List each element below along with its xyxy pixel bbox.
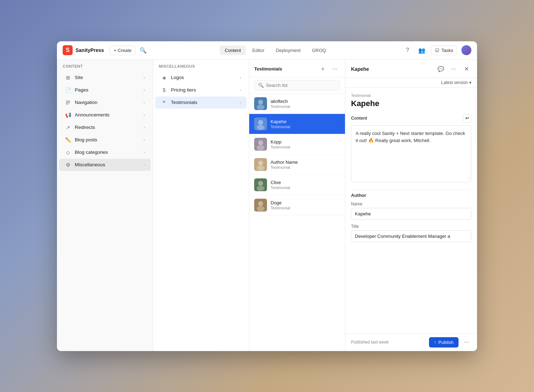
close-icon[interactable]: ✕	[461, 64, 471, 74]
more-options-button[interactable]: ···	[330, 64, 340, 74]
svg-point-4	[258, 100, 263, 105]
tab-content[interactable]: Content	[220, 46, 246, 55]
tab-editor[interactable]: Editor	[247, 46, 269, 55]
svg-point-20	[257, 206, 265, 211]
help-icon[interactable]: ?	[403, 45, 413, 55]
svg-point-10	[258, 140, 263, 145]
testimonials-icon: ❝	[161, 99, 167, 106]
misc-panel-title: Miscellaneous	[153, 64, 249, 71]
content-text: A really cool Sanity + Next starter temp…	[356, 131, 465, 143]
tasks-icon: ☑	[435, 48, 439, 53]
comment-icon[interactable]: 💬	[436, 64, 446, 74]
list-item[interactable]: Doge Testimonial	[249, 195, 345, 215]
testimonials-list: alioftech Testimonial Kapehe Testimonial	[249, 94, 345, 351]
user-avatar[interactable]	[461, 45, 471, 55]
list-item[interactable]: Author Name Testimonial	[249, 155, 345, 175]
sidebar: Content ⊞ Site › 📄 Pages ›	[57, 60, 153, 351]
chevron-icon: ›	[143, 75, 145, 80]
users-icon[interactable]: 👥	[417, 45, 427, 55]
type-label: Testimonial	[351, 93, 471, 98]
svg-point-8	[257, 125, 265, 130]
list-item[interactable]: Kopp Testimonial	[249, 134, 345, 155]
tab-groq[interactable]: GROQ	[307, 46, 331, 55]
title-input[interactable]: Developer Community Enablement Manager a	[351, 230, 471, 242]
topbar: S SanityPress + Create 🔍 Content Editor …	[57, 41, 477, 60]
publish-icon: ↑	[434, 340, 436, 345]
item-sub: Testimonial	[271, 165, 340, 169]
sidebar-item-site[interactable]: ⊞ Site ›	[59, 72, 151, 84]
version-chevron-icon: ▾	[469, 80, 471, 85]
name-input[interactable]	[351, 208, 471, 220]
svg-rect-2	[66, 104, 69, 104]
item-thumbnail	[254, 178, 267, 191]
detail-title: Kapehe	[351, 66, 369, 72]
blog-categories-icon: ◇	[65, 149, 71, 156]
sidebar-label-blog-categories: Blog categories	[75, 150, 108, 155]
testimonials-list-panel: Testimonials + ··· 🔍 aliof	[249, 60, 345, 351]
item-thumbnail	[254, 117, 267, 130]
sidebar-item-blog-categories[interactable]: ◇ Blog categories ›	[59, 146, 151, 158]
sidebar-item-blog-posts[interactable]: ✏️ Blog posts ›	[59, 134, 151, 146]
version-label: Latest version	[441, 80, 468, 85]
main-content: Content ⊞ Site › 📄 Pages ›	[57, 60, 477, 351]
name-field-label: Name	[351, 202, 471, 207]
detail-panel: Kapehe 💬 ··· ✕ Latest version ▾ Testimon…	[345, 60, 477, 351]
sidebar-item-redirects[interactable]: ↗ Redirects ›	[59, 121, 151, 134]
author-title: Author	[351, 189, 471, 198]
list-item[interactable]: Clive Testimonial	[249, 175, 345, 195]
chevron-icon: ›	[143, 113, 145, 117]
sidebar-item-announcements[interactable]: 📢 Announcements ›	[59, 109, 151, 121]
navigation-icon	[65, 99, 71, 106]
search-input-wrap: 🔍	[254, 80, 340, 90]
item-sub: Testimonial	[271, 104, 340, 109]
create-button[interactable]: + Create	[110, 46, 135, 55]
misc-item-pricing-tiers[interactable]: $ Pricing tiers ›	[155, 84, 247, 96]
item-sub: Testimonial	[271, 125, 340, 129]
sidebar-label-blog-posts: Blog posts	[75, 137, 97, 142]
edit-icon[interactable]: ↩	[463, 114, 471, 122]
search-button[interactable]: 🔍	[138, 45, 148, 55]
sidebar-item-miscellaneous[interactable]: ⚙ Miscellaneous ›	[59, 159, 151, 171]
detail-body: Testimonial Kapehe Content ↩ A really co…	[345, 88, 477, 333]
sidebar-label-navigation: Navigation	[75, 100, 98, 105]
svg-point-16	[258, 181, 263, 186]
logos-icon: ◈	[161, 74, 167, 81]
item-thumbnail	[254, 138, 267, 151]
title-value: Developer Community Enablement Manager a	[355, 234, 450, 239]
field-heading: Kapehe	[351, 99, 471, 108]
published-text: Published last week	[351, 340, 389, 345]
chevron-icon: ›	[143, 88, 145, 93]
add-testimonial-button[interactable]: +	[318, 64, 328, 74]
content-editor[interactable]: A really cool Sanity + Next starter temp…	[351, 125, 471, 182]
publish-button[interactable]: ↑ Publish	[429, 337, 459, 347]
logo-letter: S	[66, 47, 70, 53]
misc-label-testimonials: Testimonials	[171, 100, 197, 105]
item-sub: Testimonial	[271, 145, 340, 149]
publish-more-icon[interactable]: ···	[461, 337, 471, 347]
sidebar-item-pages[interactable]: 📄 Pages ›	[59, 84, 151, 96]
item-name: Kapehe	[271, 119, 340, 124]
item-name: Doge	[271, 200, 340, 205]
more-options-icon[interactable]: ···	[449, 64, 459, 74]
app-window: S SanityPress + Create 🔍 Content Editor …	[57, 41, 477, 351]
search-input[interactable]	[266, 83, 336, 88]
detail-subheader: Latest version ▾	[345, 78, 477, 88]
svg-rect-0	[66, 101, 70, 101]
author-section: Author Name Title Developer Community En…	[351, 189, 471, 242]
chevron-icon: ›	[240, 100, 241, 105]
misc-item-logos[interactable]: ◈ Logos ›	[155, 72, 247, 84]
tasks-button[interactable]: ☑ Tasks	[431, 46, 457, 55]
list-item[interactable]: alioftech Testimonial	[249, 94, 345, 114]
list-panel-title: Testimonials	[254, 66, 282, 72]
sidebar-item-navigation[interactable]: Navigation ›	[59, 96, 151, 109]
list-item[interactable]: Kapehe Testimonial	[249, 114, 345, 134]
version-badge[interactable]: Latest version ▾	[441, 80, 471, 85]
chevron-icon: ›	[143, 100, 145, 105]
misc-item-testimonials[interactable]: ❝ Testimonials ›	[155, 96, 247, 109]
app-logo-icon: S	[63, 45, 73, 55]
svg-point-17	[257, 186, 265, 191]
item-name: Kopp	[271, 139, 340, 145]
tab-deployment[interactable]: Deployment	[271, 46, 305, 55]
detail-header: Kapehe 💬 ··· ✕	[345, 60, 477, 78]
blog-posts-icon: ✏️	[65, 137, 71, 143]
